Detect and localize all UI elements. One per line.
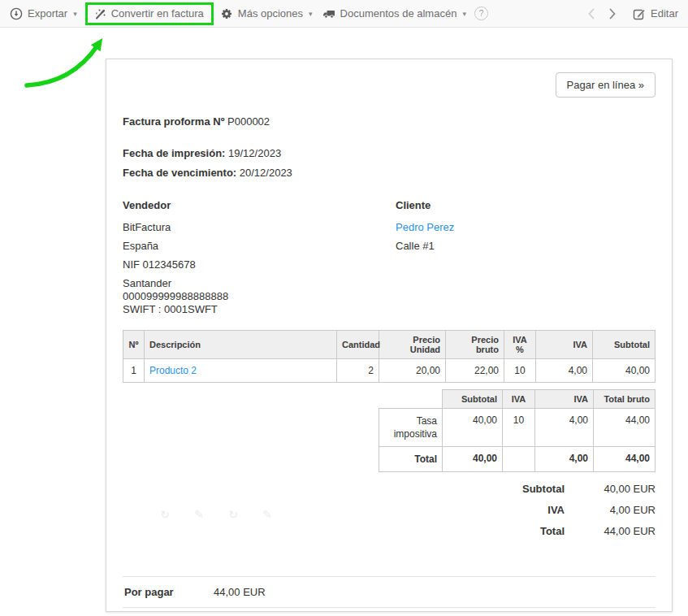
- col-quantity: Cantidad: [337, 331, 379, 359]
- download-icon: [10, 7, 23, 20]
- refresh-icon: ↻: [227, 508, 240, 521]
- convert-to-invoice-button[interactable]: Convertir en factura: [93, 7, 204, 20]
- gear-icon: [220, 7, 233, 20]
- annotation-arrow: [20, 28, 118, 95]
- item-gross-price: 22,00: [446, 359, 504, 383]
- print-date-label: Fecha de impresión:: [123, 147, 225, 159]
- col-vat: IVA: [536, 331, 593, 359]
- col-gross-price: Precio bruto: [446, 331, 504, 359]
- amount-due-label: Por pagar: [124, 586, 214, 598]
- item-row: 1 Producto 2 2 20,00 22,00 10 4,00 40,00: [123, 359, 656, 383]
- summary-total-label: Total: [540, 525, 565, 537]
- tax-col-vat-rate: IVA: [503, 390, 535, 409]
- tax-total-vat: 4,00: [535, 447, 594, 472]
- tax-total-subtotal: 40,00: [443, 447, 503, 472]
- seller-heading: Vendedor: [123, 200, 396, 210]
- magic-wand-icon: [93, 7, 106, 20]
- help-button[interactable]: ?: [474, 7, 488, 20]
- convert-highlight-box: Convertir en factura: [85, 2, 214, 25]
- item-quantity: 2: [337, 359, 379, 383]
- tax-col-subtotal: Subtotal: [443, 390, 503, 409]
- pencil-icon: ✎: [261, 508, 274, 521]
- col-unit-price: Precio Unidad: [379, 331, 446, 359]
- tax-blank-header: [379, 390, 443, 409]
- invoice-document: Pagar en línea » Factura proforma Nº P00…: [106, 59, 673, 612]
- tax-col-vat: IVA: [535, 390, 594, 409]
- due-date-row: Fecha de vencimiento: 20/12/2023: [123, 167, 656, 179]
- tax-total-gross: 44,00: [594, 447, 656, 472]
- warehouse-documents-label: Documentos de almacén: [340, 7, 457, 20]
- product-link[interactable]: Producto 2: [149, 365, 197, 376]
- item-vat: 4,00: [536, 359, 593, 383]
- print-date-value: 19/12/2023: [228, 147, 281, 159]
- edit-pencil-icon: [633, 7, 646, 20]
- next-document-button[interactable]: [605, 7, 620, 21]
- bank-swift: SWIFT : 0001SWFT: [123, 304, 396, 315]
- bank-name: Santander: [123, 278, 396, 288]
- parties-section: Vendedor BitFactura España NIF 012345678…: [123, 200, 656, 317]
- chevron-left-icon: [587, 8, 595, 20]
- col-number: Nº: [123, 331, 145, 359]
- tax-rate-label: Tasa impositiva: [379, 409, 443, 447]
- client-info: Cliente Pedro Perez Calle #1: [396, 200, 454, 317]
- more-options-label: Más opciones: [238, 7, 303, 20]
- seller-bank-details: Santander 000099999988888888 SWIFT : 000…: [123, 278, 396, 315]
- due-date-value: 20/12/2023: [240, 167, 292, 179]
- export-label: Exportar: [28, 7, 67, 20]
- help-label: ?: [479, 9, 484, 18]
- tax-header-row: Subtotal IVA IVA Total bruto: [379, 390, 656, 409]
- tax-rate-vat: 4,00: [535, 409, 594, 447]
- summary-total-row: Total 44,00 EUR: [123, 525, 656, 546]
- edit-label: Editar: [651, 7, 678, 20]
- previous-document-button[interactable]: [584, 7, 599, 21]
- summary-vat-value: 4,00 EUR: [565, 504, 656, 516]
- tax-rate-row: Tasa impositiva 40,00 10 4,00 44,00: [379, 409, 656, 447]
- amount-due-row: Por pagar 44,00 EUR: [123, 576, 656, 608]
- summary-total-value: 44,00 EUR: [565, 525, 656, 537]
- col-subtotal: Subtotal: [593, 331, 656, 359]
- items-header-row: Nº Descripción Cantidad Precio Unidad Pr…: [123, 331, 656, 359]
- summary-subtotal-row: Subtotal 40,00 EUR: [123, 483, 656, 504]
- edit-button[interactable]: Editar: [633, 7, 678, 20]
- chevron-down-icon: ▾: [309, 10, 313, 18]
- chevron-down-icon: ▾: [462, 10, 466, 18]
- seller-name: BitFactura: [123, 222, 396, 232]
- due-date-label: Fecha de vencimiento:: [123, 167, 236, 179]
- tax-total-label: Total: [379, 447, 443, 472]
- tax-rate-total: 44,00: [594, 409, 656, 447]
- seller-country: España: [123, 241, 396, 251]
- client-address: Calle #1: [396, 241, 454, 251]
- faint-action-icons: ↻ ✎ ↻ ✎: [158, 508, 274, 521]
- tax-total-percent: [503, 447, 535, 472]
- print-date-row: Fecha de impresión: 19/12/2023: [123, 147, 656, 159]
- export-button[interactable]: Exportar ▾: [10, 7, 77, 20]
- items-table: Nº Descripción Cantidad Precio Unidad Pr…: [123, 330, 656, 383]
- col-description: Descripción: [145, 331, 337, 359]
- pencil-icon: ✎: [193, 508, 206, 521]
- invoice-number: P000002: [227, 115, 270, 128]
- amount-due-value: 44,00 EUR: [214, 586, 266, 598]
- item-vat-rate: 10: [504, 359, 536, 383]
- summary-subtotal-value: 40,00 EUR: [565, 483, 656, 495]
- seller-tax-id: NIF 012345678: [123, 259, 396, 270]
- seller-info: Vendedor BitFactura España NIF 012345678…: [123, 200, 396, 317]
- pay-online-button[interactable]: Pagar en línea »: [556, 72, 656, 98]
- convert-to-invoice-label: Convertir en factura: [111, 7, 204, 20]
- pay-online-row: Pagar en línea »: [123, 72, 656, 98]
- refresh-icon: ↻: [158, 508, 171, 521]
- item-unit-price: 20,00: [379, 359, 446, 383]
- client-name-link[interactable]: Pedro Perez: [396, 221, 454, 233]
- invoice-title: Factura proforma Nº P000002: [123, 115, 656, 128]
- truck-icon: [322, 7, 335, 20]
- item-number: 1: [123, 359, 145, 383]
- invoice-dates: Fecha de impresión: 19/12/2023 Fecha de …: [123, 147, 656, 179]
- tax-rate-subtotal: 40,00: [443, 409, 503, 447]
- chevron-down-icon: ▾: [73, 10, 77, 18]
- summary-vat-label: IVA: [547, 504, 565, 516]
- tax-rate-percent: 10: [503, 409, 535, 447]
- more-options-button[interactable]: Más opciones ▾: [220, 7, 313, 20]
- client-heading: Cliente: [396, 200, 454, 210]
- item-subtotal: 40,00: [593, 359, 656, 383]
- warehouse-documents-button[interactable]: Documentos de almacén ▾: [322, 7, 466, 20]
- invoice-title-label: Factura proforma Nº: [123, 115, 224, 128]
